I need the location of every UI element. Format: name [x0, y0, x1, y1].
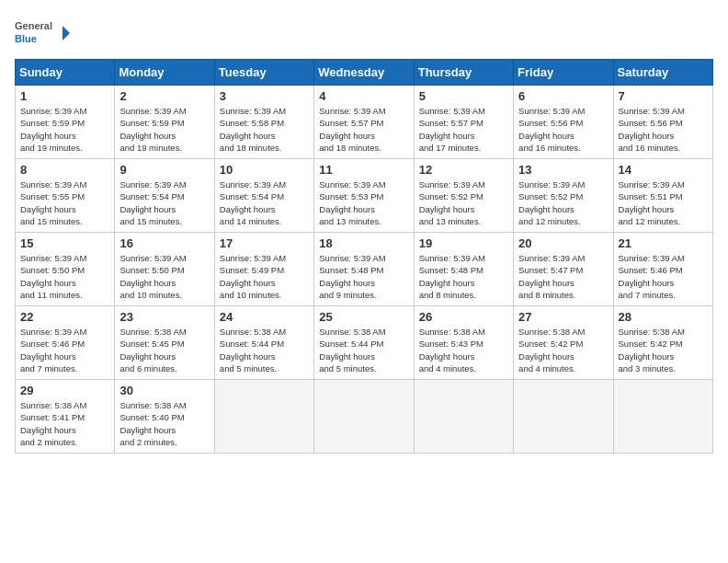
day-number: 25 — [319, 310, 408, 324]
day-info: Sunrise: 5:38 AMSunset: 5:42 PMDaylight … — [619, 326, 708, 374]
calendar-cell: 27 Sunrise: 5:38 AMSunset: 5:42 PMDaylig… — [514, 306, 613, 380]
weekday-header: Monday — [115, 60, 214, 86]
calendar: SundayMondayTuesdayWednesdayThursdayFrid… — [15, 59, 713, 454]
calendar-cell: 21 Sunrise: 5:39 AMSunset: 5:46 PMDaylig… — [613, 233, 712, 306]
calendar-cell: 16 Sunrise: 5:39 AMSunset: 5:50 PMDaylig… — [115, 233, 214, 306]
calendar-cell — [514, 380, 613, 454]
day-info: Sunrise: 5:38 AMSunset: 5:40 PMDaylight … — [119, 399, 209, 448]
day-number: 18 — [319, 236, 408, 250]
calendar-cell: 26 Sunrise: 5:38 AMSunset: 5:43 PMDaylig… — [414, 306, 513, 380]
day-info: Sunrise: 5:39 AMSunset: 5:57 PMDaylight … — [419, 105, 508, 154]
day-number: 4 — [319, 89, 408, 103]
day-number: 16 — [119, 236, 209, 250]
logo-svg: General Blue — [15, 15, 70, 52]
calendar-cell: 3 Sunrise: 5:39 AMSunset: 5:58 PMDayligh… — [214, 86, 313, 159]
day-info: Sunrise: 5:39 AMSunset: 5:54 PMDaylight … — [220, 178, 309, 227]
weekday-header: Tuesday — [214, 60, 313, 86]
day-number: 17 — [220, 236, 309, 250]
day-number: 26 — [419, 310, 508, 324]
day-number: 20 — [518, 236, 608, 250]
day-info: Sunrise: 5:39 AMSunset: 5:55 PMDaylight … — [20, 178, 109, 227]
day-info: Sunrise: 5:39 AMSunset: 5:49 PMDaylight … — [220, 252, 309, 301]
day-info: Sunrise: 5:38 AMSunset: 5:45 PMDaylight … — [119, 326, 209, 374]
day-info: Sunrise: 5:38 AMSunset: 5:44 PMDaylight … — [220, 326, 309, 374]
day-info: Sunrise: 5:39 AMSunset: 5:58 PMDaylight … — [220, 105, 309, 154]
calendar-cell: 11 Sunrise: 5:39 AMSunset: 5:53 PMDaylig… — [314, 159, 414, 233]
calendar-cell: 10 Sunrise: 5:39 AMSunset: 5:54 PMDaylig… — [214, 159, 313, 233]
calendar-week-row: 22 Sunrise: 5:39 AMSunset: 5:46 PMDaylig… — [16, 306, 713, 380]
calendar-cell: 4 Sunrise: 5:39 AMSunset: 5:57 PMDayligh… — [314, 86, 414, 159]
calendar-cell — [414, 380, 513, 454]
day-info: Sunrise: 5:38 AMSunset: 5:44 PMDaylight … — [319, 326, 408, 374]
day-number: 2 — [119, 89, 209, 103]
day-number: 13 — [518, 163, 608, 177]
calendar-cell: 9 Sunrise: 5:39 AMSunset: 5:54 PMDayligh… — [115, 159, 214, 233]
day-info: Sunrise: 5:39 AMSunset: 5:48 PMDaylight … — [419, 252, 508, 301]
weekday-header: Thursday — [414, 60, 513, 86]
day-number: 3 — [220, 89, 309, 103]
calendar-cell: 22 Sunrise: 5:39 AMSunset: 5:46 PMDaylig… — [16, 306, 115, 380]
calendar-cell: 20 Sunrise: 5:39 AMSunset: 5:47 PMDaylig… — [514, 233, 613, 306]
day-info: Sunrise: 5:39 AMSunset: 5:47 PMDaylight … — [518, 252, 608, 301]
day-info: Sunrise: 5:38 AMSunset: 5:43 PMDaylight … — [419, 326, 508, 374]
day-info: Sunrise: 5:39 AMSunset: 5:54 PMDaylight … — [119, 178, 209, 227]
calendar-cell: 18 Sunrise: 5:39 AMSunset: 5:48 PMDaylig… — [314, 233, 414, 306]
day-number: 1 — [20, 89, 109, 103]
calendar-cell: 5 Sunrise: 5:39 AMSunset: 5:57 PMDayligh… — [414, 86, 513, 159]
day-number: 15 — [20, 236, 109, 250]
day-info: Sunrise: 5:39 AMSunset: 5:51 PMDaylight … — [619, 178, 708, 227]
day-info: Sunrise: 5:38 AMSunset: 5:41 PMDaylight … — [20, 399, 109, 448]
day-info: Sunrise: 5:39 AMSunset: 5:48 PMDaylight … — [319, 252, 408, 301]
day-info: Sunrise: 5:39 AMSunset: 5:59 PMDaylight … — [20, 105, 109, 154]
calendar-cell — [613, 380, 712, 454]
svg-text:General: General — [15, 20, 52, 31]
calendar-cell: 1 Sunrise: 5:39 AMSunset: 5:59 PMDayligh… — [16, 86, 115, 159]
svg-marker-2 — [63, 26, 70, 40]
day-number: 8 — [20, 163, 109, 177]
svg-text:Blue: Blue — [15, 33, 37, 44]
day-info: Sunrise: 5:38 AMSunset: 5:42 PMDaylight … — [518, 326, 608, 374]
calendar-cell: 29 Sunrise: 5:38 AMSunset: 5:41 PMDaylig… — [16, 380, 115, 454]
day-number: 23 — [119, 310, 209, 324]
day-info: Sunrise: 5:39 AMSunset: 5:50 PMDaylight … — [119, 252, 209, 301]
day-number: 6 — [518, 89, 608, 103]
calendar-cell: 28 Sunrise: 5:38 AMSunset: 5:42 PMDaylig… — [613, 306, 712, 380]
day-number: 28 — [619, 310, 708, 324]
day-info: Sunrise: 5:39 AMSunset: 5:46 PMDaylight … — [619, 252, 708, 301]
logo: General Blue — [15, 15, 70, 52]
page-header: General Blue — [15, 15, 713, 52]
calendar-cell: 12 Sunrise: 5:39 AMSunset: 5:52 PMDaylig… — [414, 159, 513, 233]
day-number: 10 — [220, 163, 309, 177]
day-number: 9 — [119, 163, 209, 177]
calendar-cell: 17 Sunrise: 5:39 AMSunset: 5:49 PMDaylig… — [214, 233, 313, 306]
calendar-cell: 19 Sunrise: 5:39 AMSunset: 5:48 PMDaylig… — [414, 233, 513, 306]
day-info: Sunrise: 5:39 AMSunset: 5:56 PMDaylight … — [518, 105, 608, 154]
day-info: Sunrise: 5:39 AMSunset: 5:57 PMDaylight … — [319, 105, 408, 154]
calendar-cell: 6 Sunrise: 5:39 AMSunset: 5:56 PMDayligh… — [514, 86, 613, 159]
day-info: Sunrise: 5:39 AMSunset: 5:50 PMDaylight … — [20, 252, 109, 301]
calendar-cell: 15 Sunrise: 5:39 AMSunset: 5:50 PMDaylig… — [16, 233, 115, 306]
weekday-header: Wednesday — [314, 60, 414, 86]
calendar-week-row: 29 Sunrise: 5:38 AMSunset: 5:41 PMDaylig… — [16, 380, 713, 454]
day-number: 27 — [518, 310, 608, 324]
calendar-cell — [314, 380, 414, 454]
day-info: Sunrise: 5:39 AMSunset: 5:46 PMDaylight … — [20, 326, 109, 374]
day-info: Sunrise: 5:39 AMSunset: 5:52 PMDaylight … — [419, 178, 508, 227]
day-number: 5 — [419, 89, 508, 103]
day-info: Sunrise: 5:39 AMSunset: 5:56 PMDaylight … — [619, 105, 708, 154]
calendar-cell: 30 Sunrise: 5:38 AMSunset: 5:40 PMDaylig… — [115, 380, 214, 454]
day-number: 30 — [119, 384, 209, 397]
calendar-week-row: 8 Sunrise: 5:39 AMSunset: 5:55 PMDayligh… — [16, 159, 713, 233]
calendar-cell: 7 Sunrise: 5:39 AMSunset: 5:56 PMDayligh… — [613, 86, 712, 159]
weekday-header: Friday — [514, 60, 613, 86]
day-number: 11 — [319, 163, 408, 177]
calendar-cell: 14 Sunrise: 5:39 AMSunset: 5:51 PMDaylig… — [613, 159, 712, 233]
calendar-cell: 25 Sunrise: 5:38 AMSunset: 5:44 PMDaylig… — [314, 306, 414, 380]
day-number: 29 — [20, 384, 109, 397]
day-number: 21 — [619, 236, 708, 250]
day-number: 12 — [419, 163, 508, 177]
day-number: 19 — [419, 236, 508, 250]
weekday-header: Saturday — [613, 60, 712, 86]
calendar-cell: 23 Sunrise: 5:38 AMSunset: 5:45 PMDaylig… — [115, 306, 214, 380]
day-info: Sunrise: 5:39 AMSunset: 5:59 PMDaylight … — [119, 105, 209, 154]
